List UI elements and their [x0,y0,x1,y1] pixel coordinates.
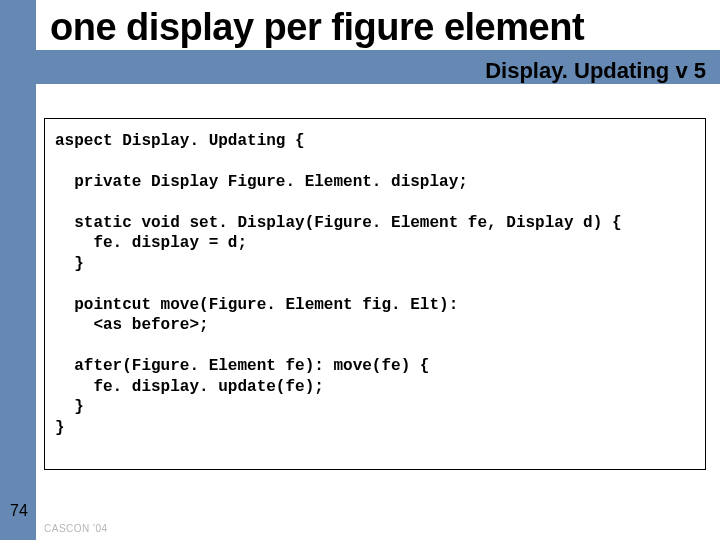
sidebar-accent [0,0,36,540]
code-line: fe. display = d; [55,234,247,252]
code-line: } [55,419,65,437]
code-line: aspect Display. Updating { [55,132,305,150]
code-line: after(Figure. Element fe): move(fe) { [55,357,429,375]
slide-subtitle: Display. Updating v 5 [485,58,706,84]
slide: one display per figure element Display. … [0,0,720,540]
code-line: private Display Figure. Element. display… [55,173,468,191]
code-content: aspect Display. Updating { private Displ… [55,131,695,438]
code-box: aspect Display. Updating { private Displ… [44,118,706,470]
slide-title: one display per figure element [50,6,584,49]
code-line: static void set. Display(Figure. Element… [55,214,622,232]
footer-conference: CASCON '04 [44,523,108,534]
code-line: fe. display. update(fe); [55,378,324,396]
page-number: 74 [10,502,28,520]
code-line: } [55,398,84,416]
code-line: } [55,255,84,273]
code-line: <as before>; [55,316,209,334]
code-line: pointcut move(Figure. Element fig. Elt): [55,296,458,314]
